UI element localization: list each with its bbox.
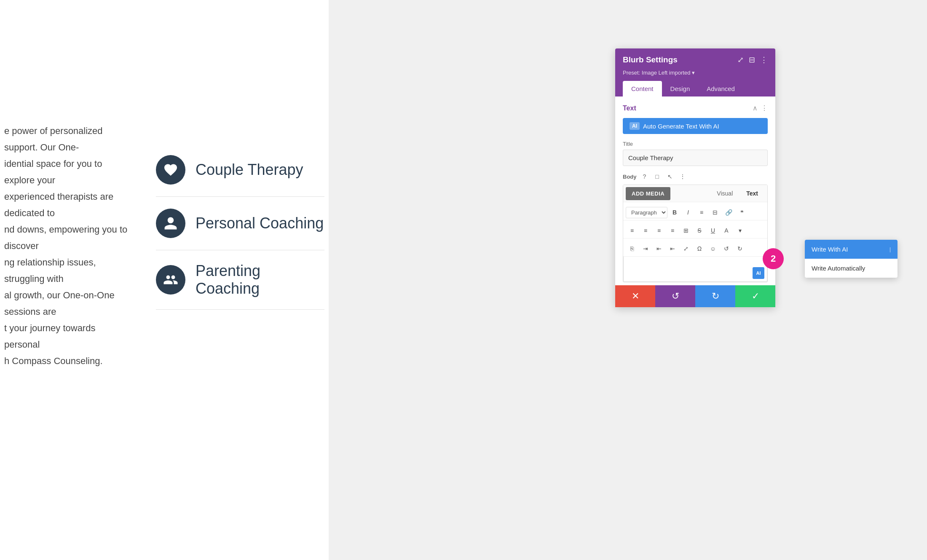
ai-inline-button[interactable]: AI <box>753 267 764 279</box>
panel-tabs: Content Design Advanced <box>623 81 768 96</box>
write-automatically-option[interactable]: Write Automatically <box>805 259 898 278</box>
bottom-bar: ✕ ↺ ↻ ✓ <box>615 285 775 307</box>
editor-container: ADD MEDIA Visual Text Paragraph B I ≡ ⊟ … <box>623 185 768 282</box>
ai-dropdown: Write With AI | Write Automatically <box>805 240 898 278</box>
list-item: Parenting Coaching <box>156 250 324 310</box>
font-color-dropdown[interactable]: ▾ <box>734 225 746 236</box>
more-icon[interactable]: ⋮ <box>760 55 768 64</box>
left-panel: e power of personalized support. Our One… <box>0 0 329 560</box>
split-icon[interactable]: ⊟ <box>749 55 755 64</box>
settings-panel: Blurb Settings ⤢ ⊟ ⋮ Preset: Image Left … <box>615 48 775 307</box>
body-label: Body <box>623 174 637 180</box>
device-icon[interactable]: □ <box>653 172 662 181</box>
people-icon <box>163 272 178 287</box>
panel-title-icons: ⤢ ⊟ ⋮ <box>737 55 768 64</box>
link-button[interactable]: 🔗 <box>722 206 735 218</box>
text-section-title: Text <box>623 104 636 112</box>
formatting-toolbar-3: ⎘ ⇥ ⇤ ⇤ ⤢ Ω ☺ ↺ ↻ <box>623 241 767 257</box>
editor-area[interactable]: AI <box>623 257 767 282</box>
cancel-button[interactable]: ✕ <box>615 285 655 307</box>
parenting-coaching-label: Parenting Coaching <box>196 262 324 297</box>
fullscreen-button[interactable]: ⤢ <box>680 243 692 255</box>
tab-text[interactable]: Text <box>739 187 765 200</box>
save-button[interactable]: ✓ <box>735 285 775 307</box>
editor-view-tabs: Visual Text <box>710 187 765 200</box>
formatting-toolbar-1: Paragraph B I ≡ ⊟ 🔗 ❝ <box>623 205 767 220</box>
person-icon <box>163 216 178 231</box>
section-controls: ∧ ⋮ <box>753 104 768 112</box>
indent-right-button[interactable]: ⇤ <box>666 243 679 255</box>
special-char-button[interactable]: Ω <box>693 243 706 255</box>
formatting-toolbar-2: ≡ ≡ ≡ ≡ ⊞ S U A ▾ <box>623 223 767 238</box>
body-text-content: e power of personalized support. Our One… <box>4 126 127 366</box>
bold-button[interactable]: B <box>668 206 681 218</box>
parenting-coaching-icon <box>156 265 185 295</box>
tab-visual[interactable]: Visual <box>710 187 739 200</box>
cursor-in-dropdown: | <box>889 247 891 252</box>
collapse-icon[interactable]: ∧ <box>753 104 758 112</box>
align-justify-button[interactable]: ≡ <box>666 225 679 236</box>
redo-editor-button[interactable]: ↻ <box>734 243 746 255</box>
redo-button[interactable]: ↻ <box>695 285 735 307</box>
font-color-button[interactable]: A <box>720 225 733 236</box>
personal-coaching-icon <box>156 209 185 238</box>
indent-button[interactable]: ⇥ <box>639 243 652 255</box>
undo-editor-button[interactable]: ↺ <box>720 243 733 255</box>
panel-header: Blurb Settings ⤢ ⊟ ⋮ Preset: Image Left … <box>615 48 775 96</box>
cursor-icon[interactable]: ↖ <box>665 172 675 181</box>
section-more-icon[interactable]: ⋮ <box>761 104 768 112</box>
unordered-list-button[interactable]: ≡ <box>695 206 708 218</box>
align-left-button[interactable]: ≡ <box>626 225 638 236</box>
body-text: e power of personalized support. Our One… <box>0 122 135 369</box>
align-center-button[interactable]: ≡ <box>639 225 652 236</box>
more-options-icon[interactable]: ⋮ <box>678 172 687 181</box>
editor-top-row: ADD MEDIA Visual Text <box>623 185 767 202</box>
title-input[interactable] <box>623 150 768 166</box>
align-right-button[interactable]: ≡ <box>653 225 665 236</box>
outdent-button[interactable]: ⇤ <box>653 243 665 255</box>
emoji-button[interactable]: ☺ <box>707 243 719 255</box>
text-section-header: Text ∧ ⋮ <box>623 104 768 112</box>
personal-coaching-label: Personal Coaching <box>196 214 324 232</box>
service-list: Couple Therapy Personal Coaching Parenti… <box>156 143 324 310</box>
help-icon[interactable]: ? <box>640 172 649 181</box>
body-toolbar: Body ? □ ↖ ⋮ <box>623 172 768 181</box>
ai-generate-label: Auto Generate Text With AI <box>643 123 719 130</box>
panel-body: Text ∧ ⋮ AI Auto Generate Text With AI T… <box>615 96 775 307</box>
panel-preset[interactable]: Preset: Image Left imported ▾ <box>623 70 768 76</box>
heart-icon <box>163 162 178 177</box>
write-with-ai-option[interactable]: Write With AI | <box>805 240 898 259</box>
table-button[interactable]: ⊞ <box>680 225 692 236</box>
ordered-list-button[interactable]: ⊟ <box>709 206 721 218</box>
tab-content[interactable]: Content <box>623 81 662 96</box>
couple-therapy-label: Couple Therapy <box>196 161 303 179</box>
add-media-button[interactable]: ADD MEDIA <box>626 187 670 200</box>
strikethrough-button[interactable]: S <box>693 225 706 236</box>
list-item: Couple Therapy <box>156 143 324 197</box>
ai-badge-label: AI <box>630 122 640 130</box>
quote-button[interactable]: ❝ <box>736 206 748 218</box>
title-field-label: Title <box>623 141 768 147</box>
list-item: Personal Coaching <box>156 197 324 250</box>
expand-icon[interactable]: ⤢ <box>737 55 744 64</box>
paragraph-select[interactable]: Paragraph <box>626 207 667 218</box>
tab-advanced[interactable]: Advanced <box>698 81 743 96</box>
tab-design[interactable]: Design <box>662 81 699 96</box>
underline-button[interactable]: U <box>707 225 719 236</box>
panel-title-row: Blurb Settings ⤢ ⊟ ⋮ <box>623 55 768 64</box>
italic-button[interactable]: I <box>682 206 694 218</box>
panel-title: Blurb Settings <box>623 55 678 64</box>
step-badge: 2 <box>763 248 784 269</box>
undo-button[interactable]: ↺ <box>655 285 695 307</box>
ai-generate-button[interactable]: AI Auto Generate Text With AI <box>623 118 768 134</box>
couple-therapy-icon <box>156 155 185 185</box>
paste-text-button[interactable]: ⎘ <box>626 243 638 255</box>
